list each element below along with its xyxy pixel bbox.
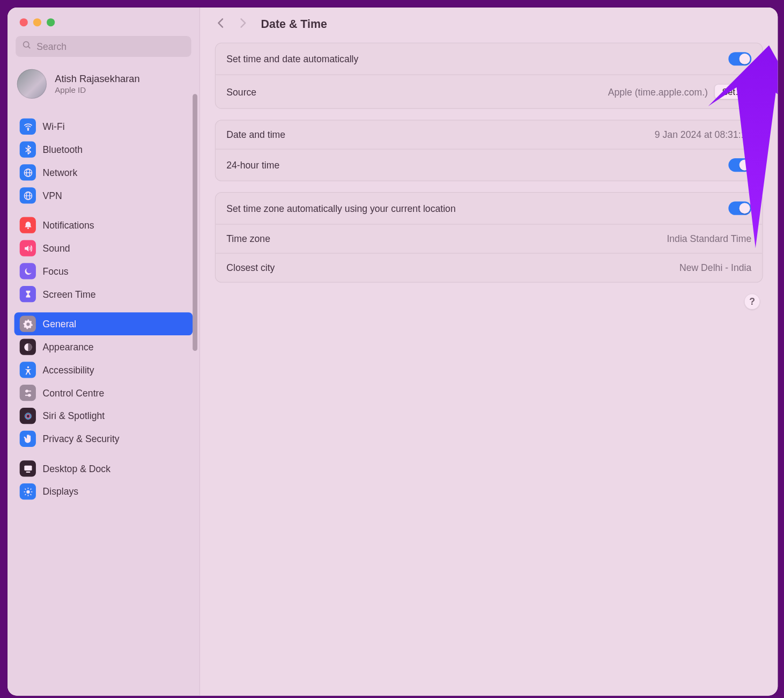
sidebar-item-label: Sound [43, 243, 70, 253]
sidebar-item-general[interactable]: General [14, 312, 193, 335]
toggle-auto_datetime[interactable] [728, 52, 751, 65]
row-label: Set time and date automatically [226, 54, 358, 64]
sidebar-item-privacy[interactable]: Privacy & Security [14, 427, 193, 450]
sidebar-item-label: Network [43, 167, 78, 178]
maximize-window-button[interactable] [47, 18, 55, 26]
sun-icon [20, 483, 36, 499]
row-label: Set time zone automatically using your c… [226, 203, 455, 214]
row-label: Source [226, 86, 256, 97]
siri-icon [20, 408, 36, 424]
bell-icon [20, 217, 36, 233]
globe-icon [20, 164, 36, 180]
set-source-button[interactable]: Set… [715, 84, 752, 99]
toggle-24hour[interactable] [728, 158, 751, 172]
account-subtitle: Apple ID [55, 85, 139, 95]
svg-rect-7 [27, 227, 28, 229]
sidebar-item-notifications[interactable]: Notifications [14, 214, 193, 237]
appearance-icon [20, 339, 36, 355]
minimize-window-button[interactable] [33, 18, 41, 26]
sidebar-item-siri[interactable]: Siri & Spotlight [14, 405, 193, 428]
sidebar-item-focus[interactable]: Focus [14, 260, 193, 283]
gear-icon [20, 316, 36, 332]
sidebar-item-label: VPN [43, 190, 62, 201]
row-city: Closest cityNew Delhi - India [216, 253, 762, 282]
sidebar-item-label: Focus [43, 266, 69, 276]
svg-rect-19 [26, 471, 30, 472]
svg-line-28 [30, 488, 31, 489]
settings-card: Set time and date automaticallySourceApp… [215, 43, 763, 109]
svg-line-1 [28, 46, 30, 48]
sidebar-item-label: Control Centre [43, 387, 105, 398]
sidebar-item-appearance[interactable]: Appearance [14, 335, 193, 358]
svg-point-0 [24, 42, 29, 47]
moon-icon [20, 263, 36, 279]
settings-window: Atish Rajasekharan Apple ID Wi-FiBluetoo… [8, 8, 778, 696]
svg-point-12 [26, 390, 28, 392]
account-name: Atish Rajasekharan [55, 73, 139, 84]
row-label: Time zone [226, 233, 270, 244]
sidebar-item-label: Desktop & Dock [43, 463, 110, 474]
sidebar-item-vpn[interactable]: VPN [14, 184, 193, 207]
settings-card: Date and time9 Jan 2024 at 08:31:1024-ho… [215, 120, 763, 181]
svg-line-26 [30, 494, 31, 495]
sidebar-item-label: Notifications [43, 220, 94, 231]
sidebar-item-label: Privacy & Security [43, 434, 120, 444]
main-pane: Date & Time Set time and date automatica… [200, 8, 778, 696]
sidebar-item-label: Wi-Fi [43, 121, 65, 132]
hand-icon [20, 431, 36, 447]
hourglass-icon [20, 286, 36, 302]
help-button[interactable]: ? [744, 293, 760, 310]
sidebar-item-screentime[interactable]: Screen Time [14, 283, 193, 306]
search-icon [21, 40, 32, 53]
search-field[interactable] [16, 36, 191, 57]
row-auto_datetime: Set time and date automatically [216, 43, 762, 75]
sidebar-item-label: Appearance [43, 341, 94, 352]
sidebar-item-wifi[interactable]: Wi-Fi [14, 115, 193, 138]
sidebar-item-bluetooth[interactable]: Bluetooth [14, 138, 193, 161]
sidebar-item-sound[interactable]: Sound [14, 237, 193, 260]
sliders-icon [20, 385, 36, 401]
row-24hour: 24-hour time [216, 149, 762, 180]
window-controls [8, 8, 199, 33]
globe-icon [20, 187, 36, 203]
nav-arrows [215, 17, 249, 32]
svg-point-13 [28, 394, 30, 396]
accessibility-icon [20, 362, 36, 378]
sidebar-item-displays[interactable]: Displays [14, 480, 193, 503]
close-window-button[interactable] [20, 18, 28, 26]
sidebar-scrollbar[interactable] [193, 94, 197, 690]
row-tz: Time zoneIndia Standard Time [216, 224, 762, 253]
apple-id-account[interactable]: Atish Rajasekharan Apple ID [8, 64, 199, 108]
sidebar-item-accessibility[interactable]: Accessibility [14, 358, 193, 381]
sidebar-item-label: Screen Time [43, 289, 96, 299]
sidebar-item-controlcentre[interactable]: Control Centre [14, 381, 193, 405]
sidebar-item-label: Siri & Spotlight [43, 410, 105, 421]
sidebar-nav: Wi-FiBluetoothNetworkVPNNotificationsSou… [8, 108, 199, 696]
content-area: Set time and date automaticallySourceApp… [200, 40, 778, 323]
sidebar-item-label: General [43, 319, 77, 329]
desktop-icon [20, 460, 36, 476]
row-auto_tz: Set time zone automatically using your c… [216, 193, 762, 224]
sidebar-item-desktopdock[interactable]: Desktop & Dock [14, 457, 193, 480]
sidebar-item-label: Displays [43, 486, 79, 497]
row-source: SourceApple (time.apple.com.)Set… [216, 75, 762, 108]
row-label: Date and time [226, 129, 285, 140]
row-value: India Standard Time [667, 233, 751, 244]
toggle-auto_tz[interactable] [728, 202, 751, 215]
forward-button[interactable] [236, 17, 249, 32]
back-button[interactable] [215, 17, 227, 32]
search-input[interactable] [36, 41, 185, 52]
svg-point-20 [26, 490, 29, 493]
page-title: Date & Time [261, 18, 327, 31]
settings-card: Set time zone automatically using your c… [215, 192, 763, 283]
scrollbar-thumb[interactable] [193, 94, 197, 351]
row-label: Closest city [226, 262, 275, 273]
sidebar-item-network[interactable]: Network [14, 161, 193, 184]
row-label: 24-hour time [226, 160, 279, 171]
svg-point-9 [27, 366, 28, 368]
svg-line-27 [25, 494, 26, 495]
sidebar-item-label: Accessibility [43, 364, 94, 375]
wifi-icon [20, 119, 36, 135]
speaker-icon [20, 240, 36, 256]
row-value: 9 Jan 2024 at 08:31:10 [655, 129, 751, 140]
